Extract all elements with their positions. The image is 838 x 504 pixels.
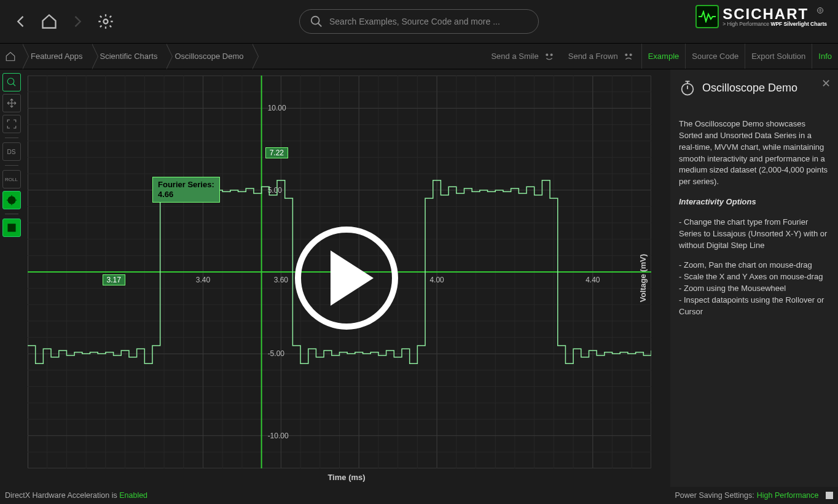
- svg-point-5: [625, 53, 627, 55]
- panel-bullet: - Scale the X and Y Axes on mouse-drag: [679, 271, 829, 283]
- series-tooltip: Fourier Series: 4.66: [152, 177, 220, 202]
- x-axis-label: Time (ms): [327, 473, 365, 482]
- svg-text:3.40: 3.40: [196, 276, 211, 284]
- settings-icon: [826, 492, 833, 499]
- tab-example[interactable]: Example: [641, 44, 686, 69]
- stopwatch-icon: [679, 79, 696, 96]
- panel-bullet: - Change the chart type from Fourier Ser…: [679, 217, 829, 252]
- search-box[interactable]: [299, 9, 539, 34]
- svg-point-0: [104, 20, 108, 24]
- settings-button[interactable]: [96, 12, 116, 31]
- power-saving-label[interactable]: Power Saving Settings: High Performance: [675, 491, 833, 500]
- svg-point-97: [682, 83, 694, 95]
- top-toolbar: SCICHART > High Performance WPF Silverli…: [0, 0, 838, 44]
- search-input[interactable]: [329, 17, 528, 26]
- hw-accel-label: DirectX Hardware Acceleration is Enabled: [5, 491, 147, 500]
- info-panel: ✕ Oscilloscope Demo The Oscilloscope Dem…: [670, 69, 838, 487]
- tab-source-code[interactable]: Source Code: [685, 44, 745, 69]
- svg-text:10.00: 10.00: [268, 104, 286, 112]
- cursor-tool[interactable]: [2, 191, 21, 209]
- pan-tool[interactable]: [2, 94, 21, 112]
- svg-point-4: [550, 53, 552, 55]
- back-button[interactable]: [11, 12, 31, 31]
- home-button[interactable]: [39, 12, 59, 31]
- svg-line-2: [318, 23, 322, 27]
- panel-subheading: Interactivity Options: [679, 197, 756, 206]
- forward-button[interactable]: [68, 12, 87, 31]
- tab-export-solution[interactable]: Export Solution: [745, 44, 812, 69]
- panel-description: The Oscilloscope Demo showcases Sorted a…: [679, 118, 829, 188]
- panel-bullet: - Inspect datapoints using the Rollover …: [679, 295, 829, 318]
- close-panel-button[interactable]: ✕: [821, 76, 831, 91]
- svg-point-1: [311, 17, 319, 25]
- tab-info[interactable]: Info: [812, 44, 838, 69]
- x-cursor-marker: 3.17: [103, 274, 125, 285]
- breadcrumb-item[interactable]: Oscilloscope Demo: [166, 44, 252, 69]
- chart-toolbar: DS ROLL: [0, 69, 23, 487]
- zoom-tool[interactable]: [2, 73, 21, 91]
- theme-tool[interactable]: [2, 219, 21, 237]
- svg-point-7: [7, 78, 14, 85]
- svg-text:4.40: 4.40: [585, 276, 600, 284]
- logo-text: SCICHART: [722, 7, 827, 21]
- zoom-extents-tool[interactable]: [2, 115, 21, 133]
- ds-tool[interactable]: DS: [2, 142, 21, 161]
- panel-bullet: - Zoom using the Mousewheel: [679, 283, 829, 295]
- sub-toolbar: Featured Apps Scientific Charts Oscillos…: [0, 44, 838, 69]
- svg-text:3.60: 3.60: [274, 276, 289, 284]
- svg-text:5.00: 5.00: [268, 186, 283, 195]
- y-axis-label: Voltage (mV): [638, 254, 647, 303]
- panel-title: Oscilloscope Demo: [702, 80, 797, 96]
- logo: SCICHART > High Performance WPF Silverli…: [695, 5, 827, 28]
- panel-bullet: - Zoom, Pan the chart on mouse-drag: [679, 260, 829, 271]
- breadcrumb-item[interactable]: Scientific Charts: [92, 44, 166, 69]
- breadcrumb: Featured Apps Scientific Charts Oscillos…: [0, 44, 252, 69]
- y-cursor-marker: 7.22: [265, 147, 288, 158]
- svg-text:4.00: 4.00: [429, 276, 444, 284]
- status-bar: DirectX Hardware Acceleration is Enabled…: [0, 487, 838, 504]
- play-button[interactable]: [295, 227, 398, 330]
- svg-text:-5.00: -5.00: [268, 349, 285, 358]
- svg-line-8: [13, 83, 15, 86]
- logo-icon: [695, 5, 719, 28]
- search-icon: [310, 15, 323, 28]
- chart-area[interactable]: 3.403.603.804.004.40-10.00-5.005.0010.00…: [23, 69, 670, 487]
- send-smile-button[interactable]: Send a Smile: [485, 50, 562, 63]
- svg-point-6: [630, 53, 632, 55]
- breadcrumb-home[interactable]: [0, 44, 22, 69]
- svg-point-3: [546, 53, 548, 55]
- send-frown-button[interactable]: Send a Frown: [562, 50, 641, 63]
- svg-text:-10.00: -10.00: [268, 432, 289, 440]
- breadcrumb-item[interactable]: Featured Apps: [22, 44, 92, 69]
- roll-tool[interactable]: ROLL: [2, 170, 21, 188]
